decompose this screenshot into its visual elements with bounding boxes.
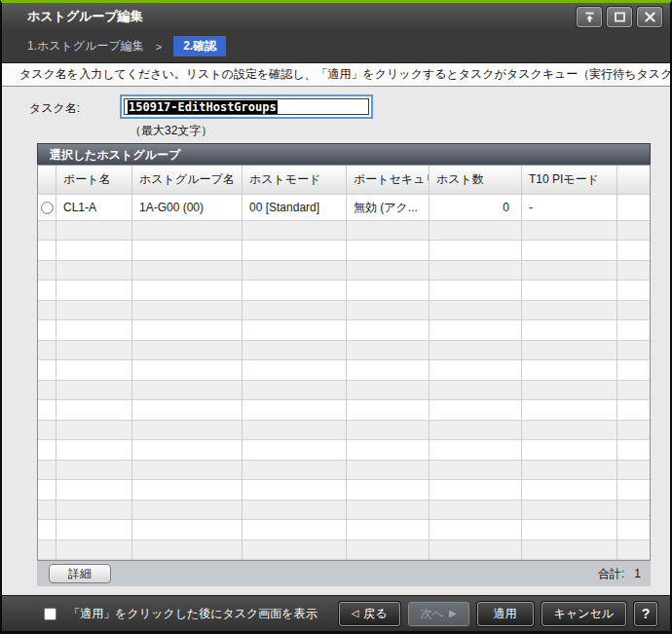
empty-cell bbox=[429, 341, 522, 360]
empty-cell bbox=[132, 480, 243, 500]
empty-cell bbox=[347, 520, 429, 540]
empty-cell bbox=[617, 221, 650, 241]
detail-button[interactable]: 詳細 bbox=[49, 564, 111, 583]
dialog-title: ホストグループ編集 bbox=[2, 8, 577, 25]
task-name-input-field[interactable]: 150917-EditHostGroups bbox=[124, 98, 369, 115]
show-task-screen-checkbox[interactable] bbox=[44, 608, 56, 620]
empty-cell bbox=[132, 381, 243, 400]
empty-cell bbox=[429, 360, 522, 380]
empty-cell bbox=[522, 341, 617, 360]
empty-cell bbox=[522, 501, 617, 520]
empty-cell bbox=[429, 241, 522, 260]
empty-cell bbox=[522, 480, 617, 500]
cell-t10pi: - bbox=[522, 195, 617, 221]
empty-cell bbox=[617, 400, 650, 420]
empty-cell bbox=[617, 261, 650, 280]
empty-cell bbox=[132, 241, 243, 260]
empty-cell bbox=[347, 421, 429, 440]
empty-cell bbox=[347, 261, 429, 280]
empty-cell bbox=[429, 480, 522, 500]
empty-cell bbox=[38, 461, 56, 480]
empty-cell bbox=[38, 541, 56, 560]
empty-cell bbox=[522, 320, 617, 340]
empty-cell bbox=[132, 261, 243, 280]
empty-cell bbox=[522, 381, 617, 400]
empty-cell bbox=[347, 341, 429, 360]
empty-cell bbox=[56, 520, 132, 540]
close-button[interactable] bbox=[637, 7, 662, 27]
empty-cell bbox=[56, 480, 132, 500]
column-header-t10pi[interactable]: T10 PIモード bbox=[522, 166, 617, 195]
empty-cell bbox=[347, 241, 429, 260]
cell-hostcount: 0 bbox=[429, 195, 522, 221]
empty-cell bbox=[429, 400, 522, 420]
empty-cell bbox=[38, 221, 56, 241]
empty-cell bbox=[132, 440, 243, 460]
table-row[interactable]: CL1-A 1A-G00 (00) 00 [Standard] 無効 (アク..… bbox=[38, 195, 650, 221]
maximize-button[interactable] bbox=[607, 7, 632, 27]
table-header-row: ポート名 ホストグループ名 ホストモード ポートセキュリティ ホスト数 T10 … bbox=[38, 166, 650, 195]
empty-cell bbox=[429, 520, 522, 540]
column-header-hostmode[interactable]: ホストモード bbox=[243, 166, 347, 195]
column-header-hostcount[interactable]: ホスト数 bbox=[429, 166, 522, 195]
empty-cell bbox=[347, 280, 429, 300]
back-arrow-icon: ◁ bbox=[352, 609, 359, 618]
back-button[interactable]: ◁ 戻る bbox=[339, 602, 400, 626]
column-header-portsecurity[interactable]: ポートセキュリティ bbox=[347, 166, 429, 195]
empty-cell bbox=[347, 360, 429, 380]
close-icon bbox=[644, 11, 656, 23]
empty-cell bbox=[522, 400, 617, 420]
empty-cell bbox=[38, 381, 56, 400]
empty-cell bbox=[132, 520, 243, 540]
empty-cell bbox=[38, 520, 56, 540]
empty-cell bbox=[429, 381, 522, 400]
breadcrumb-step1[interactable]: 1.ホストグループ編集 bbox=[27, 38, 144, 55]
empty-cell bbox=[56, 241, 132, 260]
empty-cell bbox=[617, 501, 650, 520]
empty-cell bbox=[243, 501, 347, 520]
empty-cell bbox=[617, 480, 650, 500]
help-button[interactable]: ? bbox=[634, 602, 657, 626]
empty-cell bbox=[429, 301, 522, 320]
column-header-port[interactable]: ポート名 bbox=[56, 166, 132, 195]
empty-table-row bbox=[38, 280, 650, 300]
empty-cell bbox=[617, 280, 650, 300]
empty-cell bbox=[243, 400, 347, 420]
empty-table-row bbox=[38, 480, 650, 500]
task-name-label: タスク名: bbox=[29, 100, 80, 117]
empty-cell bbox=[522, 520, 617, 540]
breadcrumb: 1.ホストグループ編集 > 2.確認 bbox=[2, 30, 670, 63]
rollup-icon bbox=[583, 11, 596, 23]
total-label: 合計: bbox=[598, 566, 624, 582]
empty-cell bbox=[347, 221, 429, 241]
cancel-button[interactable]: キャンセル bbox=[541, 602, 626, 626]
empty-cell bbox=[522, 241, 617, 260]
rollup-button[interactable] bbox=[577, 7, 602, 27]
empty-cell bbox=[243, 480, 347, 500]
next-button-label: 次へ bbox=[421, 606, 444, 622]
radio-button[interactable] bbox=[41, 202, 54, 214]
table-footer: 詳細 合計: 1 bbox=[37, 561, 651, 586]
empty-cell bbox=[243, 440, 347, 460]
task-name-hint: （最大32文字） bbox=[130, 123, 212, 139]
empty-cell bbox=[132, 461, 243, 480]
empty-cell bbox=[56, 280, 132, 300]
empty-table-row bbox=[38, 241, 650, 260]
empty-cell bbox=[522, 541, 617, 560]
title-bar: ホストグループ編集 bbox=[2, 3, 670, 30]
next-button[interactable]: 次へ ▶ bbox=[408, 602, 469, 626]
empty-cell bbox=[56, 261, 132, 280]
column-header-hostgroup[interactable]: ホストグループ名 bbox=[132, 166, 243, 195]
empty-cell bbox=[429, 440, 522, 460]
apply-button[interactable]: 適用 bbox=[477, 602, 534, 626]
empty-cell bbox=[132, 360, 243, 380]
column-header-pad bbox=[617, 166, 650, 195]
task-name-input[interactable]: 150917-EditHostGroups bbox=[120, 94, 373, 119]
empty-cell bbox=[56, 461, 132, 480]
empty-cell bbox=[617, 421, 650, 440]
empty-cell bbox=[429, 501, 522, 520]
empty-cell bbox=[56, 440, 132, 460]
empty-cell bbox=[132, 541, 243, 560]
empty-cell bbox=[243, 320, 347, 340]
empty-cell bbox=[617, 541, 650, 560]
